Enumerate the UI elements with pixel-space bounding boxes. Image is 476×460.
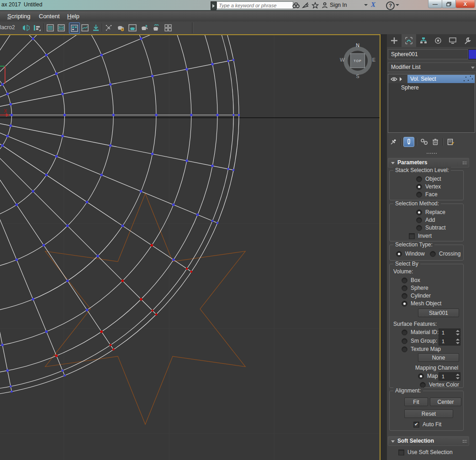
reset-button[interactable]: Reset (404, 409, 453, 418)
align-icon[interactable] (32, 22, 42, 33)
expand-arrow-icon[interactable] (399, 77, 402, 81)
toggle-ribbon-icon[interactable] (69, 22, 80, 34)
top-viewport[interactable]: X N S W E TOP (0, 34, 381, 460)
pick-object-button[interactable]: Star001 (418, 308, 459, 317)
rendered-frame-window-icon[interactable] (127, 22, 138, 33)
help-icon[interactable]: ? (386, 1, 395, 10)
communication-center-icon[interactable] (302, 2, 309, 9)
viewcube-west[interactable]: W (340, 57, 344, 63)
modifier-list-dropdown[interactable]: Modifier List (388, 63, 476, 72)
viewcube-north[interactable]: N (339, 42, 376, 48)
close-button[interactable]: X (455, 0, 475, 8)
tab-hierarchy[interactable] (416, 34, 431, 47)
render-setup-icon[interactable] (116, 22, 126, 33)
menu-content[interactable]: Content (36, 11, 63, 21)
tab-create[interactable] (387, 34, 402, 47)
search-history-button[interactable] (211, 1, 217, 10)
object-name-row: Sphere001 (388, 49, 475, 59)
menu-help[interactable]: Help (64, 11, 82, 21)
curve-editor-icon[interactable] (80, 22, 90, 33)
viewcube-top-face[interactable]: TOP (350, 53, 365, 68)
user-icon[interactable] (321, 2, 328, 9)
scene-explorer-icon[interactable] (45, 22, 55, 33)
radio-vertex[interactable]: Vertex (416, 183, 441, 190)
tab-motion[interactable] (431, 34, 445, 47)
tab-utilities[interactable] (460, 34, 475, 47)
radio-vertex-color[interactable]: Vertex Color (420, 382, 459, 388)
checkbox-invert[interactable]: Invert (409, 233, 432, 239)
favorites-star-icon[interactable] (312, 2, 319, 9)
search-binoculars-icon[interactable] (292, 2, 300, 9)
schematic-view-icon[interactable] (104, 22, 114, 33)
stack-row-vol-select[interactable]: Vol. Select (388, 75, 475, 83)
help-dropdown-icon[interactable] (396, 4, 399, 6)
dope-sheet-icon[interactable] (91, 22, 101, 33)
rollout-soft-selection[interactable]: Soft Selection (388, 436, 469, 446)
radio-add[interactable]: Add (416, 217, 435, 223)
drag-grip-icon[interactable] (462, 161, 467, 164)
sign-in-dropdown-icon[interactable] (364, 4, 368, 6)
make-unique-icon[interactable] (419, 137, 430, 147)
search-input[interactable] (217, 1, 293, 9)
viewport-canvas[interactable]: X (0, 35, 380, 460)
modifier-stack[interactable]: Vol. Select Sphere (388, 74, 475, 133)
radio-sm-group[interactable]: Sm Group: (402, 338, 437, 344)
radio-box[interactable]: Box (402, 277, 420, 283)
configure-modifier-sets-icon[interactable] (445, 137, 456, 147)
panel-splitter-handle[interactable] (387, 151, 476, 156)
modifier-sphere-base[interactable]: Sphere (388, 84, 475, 92)
radio-window[interactable]: Window (396, 251, 425, 257)
menu-scripting[interactable]: Scripting (5, 11, 33, 21)
checkbox-use-soft-selection[interactable]: Use Soft Selection (398, 449, 453, 455)
map-channel-spinner[interactable]: 1 (439, 372, 460, 381)
radio-sphere[interactable]: Sphere (402, 285, 428, 291)
remove-modifier-icon[interactable] (430, 137, 441, 147)
group-stack-selection-level: Stack Selection Level: Object Vertex Fac… (389, 170, 464, 200)
render-in-cloud-icon[interactable] (151, 22, 161, 33)
spinner-down-icon[interactable] (456, 334, 460, 335)
render-production-icon[interactable] (139, 22, 149, 33)
home-grid (0, 35, 380, 460)
spinner-down-icon[interactable] (456, 377, 460, 379)
a360-logo-icon[interactable]: X (371, 1, 376, 9)
spinner-down-icon[interactable] (456, 342, 460, 344)
spinner-up-icon[interactable] (456, 374, 460, 376)
spinner-up-icon[interactable] (456, 339, 460, 340)
radio-subtract[interactable]: Subtract (416, 225, 446, 231)
object-name-field[interactable]: Sphere001 (388, 49, 468, 59)
drag-grip-icon[interactable] (462, 439, 467, 443)
tab-modify[interactable] (402, 34, 416, 47)
viewcube-east[interactable]: E (372, 57, 376, 63)
radio-texture-map[interactable]: Texture Map (402, 346, 441, 352)
radio-face[interactable]: Face (416, 191, 438, 198)
radio-object[interactable]: Object (416, 176, 441, 182)
texture-map-none-button[interactable]: None (418, 353, 459, 362)
rollout-parameters[interactable]: Parameters (388, 158, 469, 167)
mirror-icon[interactable] (21, 22, 31, 33)
open-material-editor-icon[interactable] (163, 22, 173, 33)
restore-button[interactable] (442, 0, 456, 8)
sign-in-button[interactable]: Sign In (330, 2, 347, 8)
layer-explorer-icon[interactable] (56, 22, 66, 33)
radio-cylinder[interactable]: Cylinder (402, 293, 431, 299)
radio-replace[interactable]: Replace (416, 209, 445, 215)
material-id-spinner[interactable]: 1 (439, 329, 460, 337)
visibility-eye-icon[interactable] (391, 77, 397, 82)
checkbox-auto-fit[interactable]: Auto Fit (413, 421, 441, 428)
pin-stack-icon[interactable] (388, 137, 399, 147)
minimize-button[interactable]: — (428, 0, 442, 8)
modifier-vol-select[interactable]: Vol. Select (407, 75, 475, 83)
radio-crossing[interactable]: Crossing (430, 251, 460, 257)
sm-group-spinner[interactable]: 1 (439, 337, 460, 345)
object-color-swatch[interactable] (468, 49, 476, 59)
fit-button[interactable]: Fit (404, 397, 428, 406)
tab-display[interactable] (445, 34, 460, 47)
viewcube-south[interactable]: S (339, 73, 376, 79)
radio-mesh-object[interactable]: Mesh Object (402, 300, 441, 307)
radio-material-id[interactable]: Material ID: (402, 329, 439, 335)
show-end-result-icon[interactable] (403, 137, 414, 147)
viewcube-compass[interactable]: N S W E TOP (339, 42, 376, 79)
center-button[interactable]: Center (430, 397, 461, 406)
radio-map[interactable]: Map (418, 373, 438, 379)
spinner-up-icon[interactable] (456, 330, 460, 332)
